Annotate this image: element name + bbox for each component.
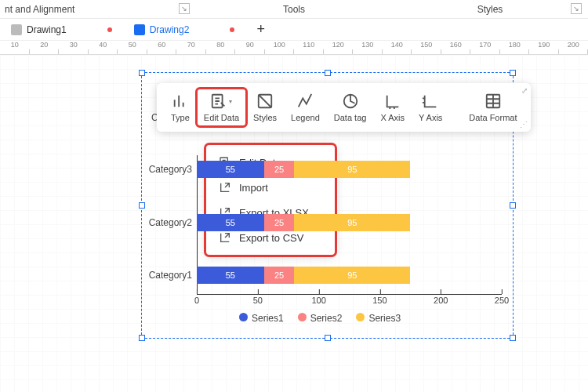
legend-item[interactable]: Series2 bbox=[298, 313, 343, 324]
tab-drawing1[interactable]: Drawing1 bbox=[6, 19, 125, 41]
x-axis-line bbox=[197, 294, 502, 295]
ribbon-group-label: Tools bbox=[283, 4, 305, 15]
chart-toolbar: Type ▾ Edit Data Styles Legend Data tag … bbox=[157, 83, 531, 132]
toolbar-button-label: Data tag bbox=[334, 113, 367, 122]
x-tick-label: 50 bbox=[253, 296, 263, 305]
legend-swatch-icon bbox=[356, 313, 365, 321]
ruler-tick: 120 bbox=[324, 41, 354, 54]
document-tabs: Drawing1 Drawing2 + bbox=[0, 19, 588, 41]
resize-handle[interactable] bbox=[510, 202, 516, 209]
x-tick-label: 250 bbox=[495, 296, 509, 305]
bar-segment[interactable]: 95 bbox=[294, 267, 410, 284]
chart-styles-button[interactable]: Styles bbox=[247, 89, 283, 125]
ruler-tick: 180 bbox=[500, 41, 530, 54]
bar-segment[interactable]: 95 bbox=[294, 214, 410, 231]
ruler-tick: 80 bbox=[206, 41, 236, 54]
bar-segment[interactable]: 55 bbox=[197, 267, 264, 284]
ruler-tick: 110 bbox=[294, 41, 324, 54]
toolbar-button-label: X Axis bbox=[380, 113, 405, 122]
popout-icon[interactable]: ↘ bbox=[571, 3, 582, 14]
edit-data-icon bbox=[210, 93, 227, 110]
bar-segment[interactable]: 25 bbox=[264, 267, 295, 284]
resize-handle[interactable] bbox=[139, 202, 145, 209]
document-icon bbox=[11, 24, 22, 35]
toolbar-button-label: Styles bbox=[253, 113, 277, 122]
ruler-tick: 60 bbox=[147, 41, 177, 54]
horizontal-ruler: 1020304050607080901001101201301401501601… bbox=[0, 41, 588, 55]
canvas[interactable]: C Type ▾ Edit Data Styles Legend Data ta… bbox=[0, 55, 588, 392]
resize-handle[interactable] bbox=[325, 70, 331, 76]
legend-swatch-icon bbox=[239, 313, 248, 321]
category-label: Category1 bbox=[145, 270, 192, 281]
bar-chart: Category1552595Category2552595Category35… bbox=[145, 141, 510, 321]
ruler-tick: 100 bbox=[265, 41, 295, 54]
legend-icon bbox=[296, 93, 314, 110]
chevron-down-icon: ▾ bbox=[229, 98, 232, 105]
bar-chart-icon bbox=[172, 93, 189, 110]
toolbar-button-label: Legend bbox=[291, 113, 320, 122]
ribbon-group-alignment: nt and Alignment ↘ bbox=[0, 0, 196, 18]
popout-icon[interactable]: ↘ bbox=[179, 3, 190, 14]
modified-dot-icon bbox=[230, 27, 234, 32]
ruler-tick: 30 bbox=[59, 41, 89, 54]
ruler-tick: 70 bbox=[176, 41, 206, 54]
legend-item[interactable]: Series3 bbox=[356, 313, 401, 324]
edit-data-button[interactable]: ▾ Edit Data bbox=[198, 89, 245, 125]
expand-icon[interactable]: ⤢ bbox=[521, 86, 528, 95]
toolbar-button-label: Y Axis bbox=[419, 113, 442, 122]
add-tab-button[interactable]: + bbox=[252, 21, 270, 38]
bar-segment[interactable]: 25 bbox=[264, 161, 295, 178]
bar-segment[interactable]: 55 bbox=[197, 161, 264, 178]
data-format-icon bbox=[485, 93, 502, 110]
document-icon bbox=[134, 24, 145, 35]
ruler-tick: 10 bbox=[0, 41, 30, 54]
category-label: Category3 bbox=[145, 164, 192, 175]
resize-handle[interactable] bbox=[139, 70, 145, 76]
tab-label: Drawing1 bbox=[27, 24, 67, 35]
data-tag-icon bbox=[342, 93, 359, 110]
ribbon-group-styles: Styles ↘ bbox=[392, 0, 588, 18]
y-axis-icon bbox=[422, 93, 439, 110]
bar-segment[interactable]: 25 bbox=[264, 214, 295, 231]
resize-handle[interactable] bbox=[325, 335, 331, 341]
resize-grip-icon[interactable]: ⋰ bbox=[520, 120, 528, 129]
bar-segment[interactable]: 95 bbox=[294, 161, 410, 178]
styles-icon bbox=[256, 93, 274, 110]
x-axis-button[interactable]: X Axis bbox=[374, 89, 411, 125]
ruler-tick: 130 bbox=[353, 41, 383, 54]
chart-legend: Series1Series2Series3 bbox=[239, 313, 401, 324]
ruler-tick: 160 bbox=[441, 41, 471, 54]
ribbon-group-label: Styles bbox=[477, 4, 503, 15]
bar-segment[interactable]: 55 bbox=[197, 214, 264, 231]
ruler-tick: 140 bbox=[383, 41, 412, 54]
toolbar-button-label: Edit Data bbox=[204, 113, 239, 122]
ruler-tick: 200 bbox=[559, 41, 589, 54]
ribbon-group-tools: Tools bbox=[196, 0, 392, 18]
ribbon-group-label: nt and Alignment bbox=[5, 4, 74, 15]
category-label: Category2 bbox=[145, 217, 192, 228]
toolbar-button-label: Data Format bbox=[469, 113, 517, 122]
y-axis-button[interactable]: Y Axis bbox=[412, 89, 448, 125]
x-tick-label: 0 bbox=[194, 296, 199, 305]
ruler-tick: 20 bbox=[30, 41, 60, 54]
tab-drawing2[interactable]: Drawing2 bbox=[129, 19, 248, 41]
legend-swatch-icon bbox=[298, 313, 307, 321]
x-tick-label: 150 bbox=[372, 296, 387, 305]
ruler-tick: 190 bbox=[529, 41, 559, 54]
resize-handle[interactable] bbox=[510, 70, 516, 76]
ruler-tick: 90 bbox=[235, 41, 265, 54]
data-format-button[interactable]: Data Format bbox=[463, 89, 523, 125]
chart-type-button[interactable]: Type bbox=[165, 89, 196, 125]
resize-handle[interactable] bbox=[510, 335, 516, 341]
ribbon-groups: nt and Alignment ↘ Tools Styles ↘ bbox=[0, 0, 588, 19]
ruler-tick: 150 bbox=[412, 41, 441, 54]
legend-item[interactable]: Series1 bbox=[239, 313, 284, 324]
tab-label: Drawing2 bbox=[150, 24, 190, 35]
data-tag-button[interactable]: Data tag bbox=[328, 89, 373, 125]
toolbar-button-label: Type bbox=[171, 113, 190, 122]
legend-button[interactable]: Legend bbox=[285, 89, 326, 125]
ruler-tick: 40 bbox=[89, 41, 118, 54]
resize-handle[interactable] bbox=[139, 335, 145, 341]
x-tick-label: 200 bbox=[434, 296, 448, 305]
x-axis-icon bbox=[384, 93, 401, 110]
